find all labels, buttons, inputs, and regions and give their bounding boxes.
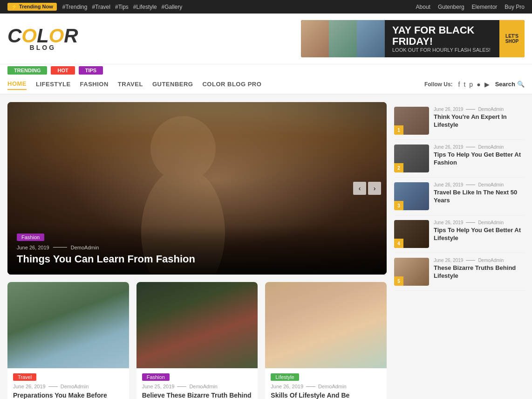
nav-fashion[interactable]: FASHION [80,79,109,89]
sidebar-item-2[interactable]: 2 June 26, 2019 DemoAdmin Tips To Help Y… [394,140,525,178]
tag-travel[interactable]: #Travel [92,4,110,10]
logo-l: L [37,25,49,47]
card-1-divider [48,386,58,387]
sidebar-title-3: Travel Be Like In The Next 50 Years [434,189,525,205]
card-1-title: Preparations You Make Before Travel [13,391,123,399]
sidebar-content-5: June 26, 2019 DemoAdmin These Bizarre Tr… [434,258,525,280]
card-2-body: Fashion June 25, 2019 DemoAdmin Believe … [136,368,258,399]
nav: HOME LIFESTYLE FASHION TRAVEL GUTENBERG … [0,75,532,95]
pinterest-icon[interactable]: p [469,81,473,88]
pill-hot[interactable]: HOT [51,66,75,75]
nav-home[interactable]: HOME [7,78,27,90]
logo-r: R [64,25,78,47]
sidebar-divider-4 [466,222,475,223]
gutenberg-link[interactable]: Gutenberg [438,4,464,10]
sidebar-meta-3: June 26, 2019 DemoAdmin [434,182,525,187]
tag-trending[interactable]: #Trending [62,4,88,10]
hero-meta: June 26, 2019 DemoAdmin [17,245,377,250]
hero-prev-button[interactable]: ‹ [353,182,366,195]
about-link[interactable]: About [416,4,430,10]
sidebar-item-1[interactable]: 1 June 26, 2019 DemoAdmin Think You're A… [394,102,525,140]
elementor-link[interactable]: Elementor [472,4,498,10]
sidebar-divider-2 [466,147,475,147]
pill-trending[interactable]: TRENDING [7,66,47,75]
logo-c: C [7,25,21,47]
instagram-icon[interactable]: ● [477,81,480,88]
sidebar-item-4[interactable]: 4 June 26, 2019 DemoAdmin Tips To Help Y… [394,215,525,253]
sidebar-date-5: June 26, 2019 [434,258,463,263]
card-2[interactable]: Fashion June 25, 2019 DemoAdmin Believe … [136,282,258,399]
hero-meta-divider [53,247,67,248]
sidebar: 1 June 26, 2019 DemoAdmin Think You're A… [394,102,525,399]
facebook-icon[interactable]: f [458,81,460,88]
sidebar-num-5: 5 [394,276,403,286]
sidebar-meta-2: June 26, 2019 DemoAdmin [434,144,525,150]
banner-subtext: LOOK OUT FOR HOURLY FLASH SALES! [392,47,492,53]
search-icon: 🔍 [517,81,525,88]
banner-photo-2 [329,20,357,57]
card-grid: Travel June 26, 2019 DemoAdmin Preparati… [7,282,387,399]
hero-tag[interactable]: Fashion [17,234,44,241]
banner-ad[interactable]: YAY FOR BLACK FRIDAY! LOOK OUT FOR HOURL… [301,20,525,57]
content-area: ‹ › Fashion June 26, 2019 DemoAdmin Thin… [7,102,387,399]
sidebar-title-4: Tips To Help You Get Better At Lifestyle [434,227,525,242]
sidebar-meta-4: June 26, 2019 DemoAdmin [434,220,525,225]
banner-cta[interactable]: LET'S SHOP [499,20,525,57]
pill-tips[interactable]: TIPS [79,66,103,75]
tag-lifestyle[interactable]: #Lifestyle [133,4,157,10]
main-content: ‹ › Fashion June 26, 2019 DemoAdmin Thin… [0,95,532,399]
tag-tips[interactable]: #Tips [115,4,129,10]
nav-lifestyle[interactable]: LIFESTYLE [36,79,71,89]
buy-pro-link[interactable]: Buy Pro [505,4,525,10]
tag-gallery[interactable]: #Gallery [162,4,183,10]
hero-next-button[interactable]: › [368,182,381,195]
logo[interactable]: COLOR [7,26,78,46]
sidebar-meta-1: June 26, 2019 DemoAdmin [434,107,525,112]
banner-photo-1 [301,20,329,57]
logo-or: O [49,25,64,47]
card-1-body: Travel June 26, 2019 DemoAdmin Preparati… [7,368,129,399]
card-3-tag[interactable]: Lifestyle [271,373,299,381]
sidebar-meta-5: June 26, 2019 DemoAdmin [434,258,525,263]
top-bar-tags: #Trending #Travel #Tips #Lifestyle #Gall… [62,4,182,10]
banner-photos [301,20,385,57]
nav-colorblogpro[interactable]: COLOR BLOG PRO [202,79,261,89]
sidebar-item-5[interactable]: 5 June 26, 2019 DemoAdmin These Bizarre … [394,253,525,291]
sidebar-num-1: 1 [394,125,403,135]
nav-gutenberg[interactable]: GUTENBERG [152,79,193,89]
tag-pills: TRENDING HOT TIPS [0,64,532,75]
card-1-date: June 26, 2019 [13,384,46,389]
hero-overlay: Fashion June 26, 2019 DemoAdmin Things Y… [7,226,387,275]
card-3-author: DemoAdmin [318,384,347,389]
card-2-image [136,282,258,368]
sidebar-content-1: June 26, 2019 DemoAdmin Think You're An … [434,107,525,129]
card-1[interactable]: Travel June 26, 2019 DemoAdmin Preparati… [7,282,129,399]
card-3-title: Skills Of Lifestyle And Be Successful [271,391,381,399]
card-3-divider [306,386,315,387]
card-2-divider [177,386,186,387]
card-1-meta: June 26, 2019 DemoAdmin [13,384,123,389]
youtube-icon[interactable]: ▶ [484,81,490,88]
card-1-tag[interactable]: Travel [13,373,36,381]
hero-section[interactable]: ‹ › Fashion June 26, 2019 DemoAdmin Thin… [7,102,387,275]
twitter-icon[interactable]: t [464,81,465,88]
sidebar-item-3[interactable]: 3 June 26, 2019 DemoAdmin Travel Be Like… [394,178,525,215]
sidebar-thumb-2: 2 [394,144,429,172]
card-2-title: Believe These Bizarre Truth Behind [142,391,252,399]
sidebar-author-3: DemoAdmin [478,182,504,187]
card-2-tag[interactable]: Fashion [142,373,170,381]
sidebar-thumb-1: 1 [394,107,429,135]
top-bar: ⚡ Trending Now #Trending #Travel #Tips #… [0,0,532,14]
sidebar-thumb-4: 4 [394,220,429,248]
sidebar-content-2: June 26, 2019 DemoAdmin Tips To Help You… [434,144,525,167]
logo-wrap: COLOR BLOG [7,26,78,51]
card-3[interactable]: Lifestyle June 26, 2019 DemoAdmin Skills… [265,282,387,399]
sidebar-num-3: 3 [394,201,403,210]
card-3-image [265,282,387,368]
search-button[interactable]: Search 🔍 [495,81,525,88]
nav-travel[interactable]: TRAVEL [118,79,143,89]
hero-title: Things You Can Learn From Fashion [17,253,377,265]
sidebar-date-3: June 26, 2019 [434,182,463,187]
sidebar-divider-1 [466,109,475,110]
hero-date: June 26, 2019 [17,245,49,250]
